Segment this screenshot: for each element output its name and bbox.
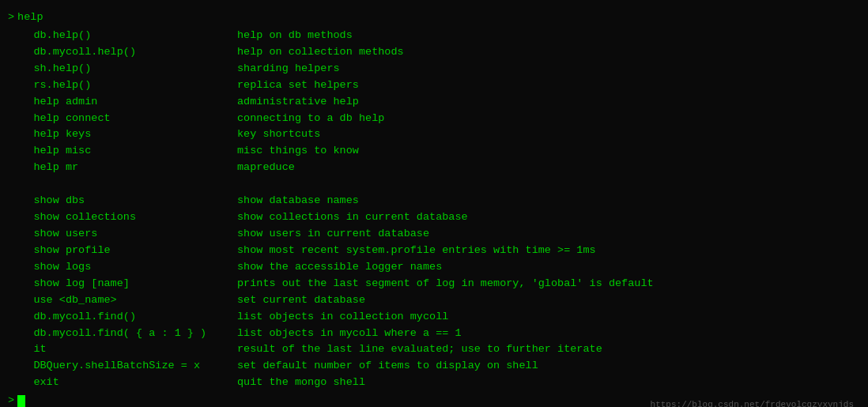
description-text: administrative help [237,94,359,111]
table-row: help mrmapreduce [8,160,860,176]
description-text: show most recent system.profile entries … [237,243,596,259]
command-text: db.mycoll.find() [8,309,237,326]
table-row: help adminadministrative help [8,94,860,111]
table-row: rs.help()replica set helpers [8,77,860,94]
command-text: db.mycoll.help() [8,44,237,61]
table-row: exitquit the mongo shell [8,375,860,391]
command-text: DBQuery.shellBatchSize = x [8,358,237,375]
description-text: mapreduce [237,160,295,176]
command-text: help admin [8,94,237,111]
description-text: show database names [237,193,359,209]
command-text: help misc [8,143,237,160]
table-row: show usersshow users in current database [8,226,860,243]
command-text: exit [8,375,237,391]
output-lines: db.help()help on db methods db.mycoll.he… [8,28,860,391]
description-text: show the accessible logger names [237,259,442,276]
table-row: db.mycoll.help()help on collection metho… [8,44,860,61]
command-text: help keys [8,126,237,143]
command-text: db.mycoll.find( { a : 1 } ) [8,326,237,342]
table-row: show profileshow most recent system.prof… [8,243,860,259]
initial-command: help [17,9,43,26]
command-text: show log [name] [8,276,237,292]
command-text: use <db_name> [8,292,237,309]
command-text: show logs [8,259,237,276]
table-row: itresult of the last line evaluated; use… [8,341,860,358]
table-row: help keyskey shortcuts [8,126,860,143]
table-row: use <db_name>set current database [8,292,860,309]
description-text: connecting to a db help [237,111,384,127]
table-row: help miscmisc things to know [8,143,860,160]
description-text: show collections in current database [237,209,468,226]
table-row: show log [name]prints out the last segme… [8,276,860,292]
description-text: quit the mongo shell [237,375,365,391]
cursor [17,395,25,407]
prompt-symbol: > [8,9,14,26]
command-text: help mr [8,160,237,176]
table-row: db.help()help on db methods [8,28,860,44]
command-text: show users [8,226,237,243]
command-text: show profile [8,243,237,259]
table-row: DBQuery.shellBatchSize = xset default nu… [8,358,860,375]
description-text: set current database [237,292,365,309]
terminal: > help db.help()help on db methods db.my… [8,9,860,407]
command-text: it [8,341,237,358]
description-text: sharding helpers [237,61,340,77]
command-text: help connect [8,111,237,127]
watermark: https://blog.csdn.net/frdevolcqzyxynjds [651,398,854,407]
command-text: show dbs [8,193,237,209]
initial-prompt: > help [8,9,860,26]
table-row: show collectionsshow collections in curr… [8,209,860,226]
prompt-symbol-2: > [8,393,14,407]
command-text: db.help() [8,28,237,44]
table-row: db.mycoll.find()list objects in collecti… [8,309,860,326]
command-text: show collections [8,209,237,226]
table-row: sh.help()sharding helpers [8,61,860,77]
table-row: help connectconnecting to a db help [8,111,860,127]
command-text: sh.help() [8,61,237,77]
description-text: set default number of items to display o… [237,358,538,375]
command-text: rs.help() [8,77,237,94]
description-text: list objects in collection mycoll [237,309,448,326]
table-row [8,176,860,193]
table-row: show dbsshow database names [8,193,860,209]
description-text: result of the last line evaluated; use t… [237,341,602,358]
description-text: misc things to know [237,143,359,160]
table-row: db.mycoll.find( { a : 1 } )list objects … [8,326,860,342]
table-row: show logsshow the accessible logger name… [8,259,860,276]
description-text: show users in current database [237,226,429,243]
description-text: list objects in mycoll where a == 1 [237,326,462,342]
description-text: replica set helpers [237,77,359,94]
description-text: help on collection methods [237,44,404,61]
description-text: prints out the last segment of log in me… [237,276,654,292]
description-text: help on db methods [237,28,353,44]
description-text: key shortcuts [237,126,320,143]
